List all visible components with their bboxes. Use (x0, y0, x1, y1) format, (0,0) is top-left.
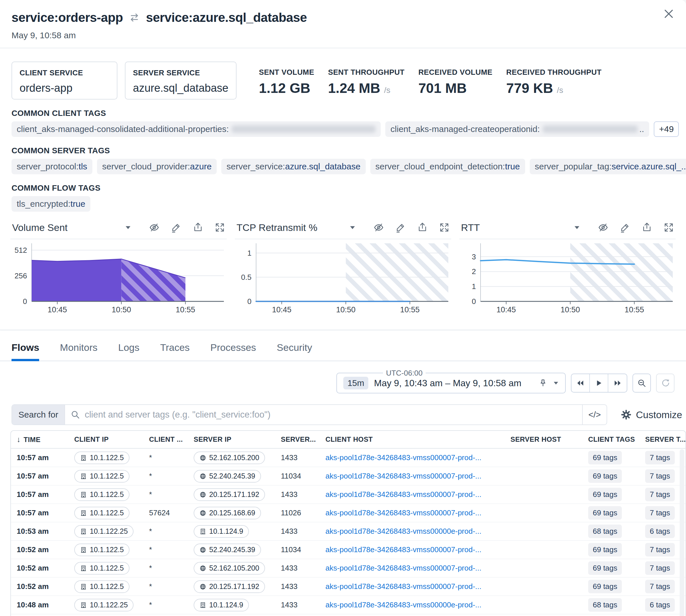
client-ip-pill[interactable]: 10.1.122.5 (74, 562, 129, 575)
eye-off-icon[interactable] (149, 222, 159, 233)
table-row[interactable]: 10:57 am 10.1.122.5 * 20.125.171.192 143… (11, 485, 685, 504)
client-ip-pill[interactable]: 10.1.122.5 (74, 544, 129, 556)
server-tags-count[interactable]: 7 tags (645, 506, 675, 520)
chart-plot[interactable]: 025651210:4510:5010:55 (10, 240, 227, 318)
step-forward-button[interactable] (608, 374, 627, 392)
client-tags-count[interactable]: 68 tags (588, 525, 622, 538)
chart-metric-caret-icon[interactable] (574, 225, 580, 230)
column-header-server-ip[interactable]: SERVER IP (194, 435, 281, 443)
export-icon[interactable] (193, 222, 203, 233)
server-tags-count[interactable]: 7 tags (645, 469, 675, 483)
server-tags-count[interactable]: 6 tags (645, 525, 675, 538)
client-tags-count[interactable]: 69 tags (588, 562, 622, 575)
tag-chip[interactable]: server_protocol:tls (12, 159, 92, 174)
tag-chip[interactable]: server_cloud_provider:azure (97, 159, 217, 174)
refresh-button[interactable] (656, 374, 674, 393)
client-ip-pill[interactable]: 10.1.122.5 (74, 580, 129, 593)
table-row[interactable]: 10:57 am 10.1.122.5 * 52.240.245.39 1103… (11, 467, 685, 485)
pin-icon[interactable] (539, 379, 547, 388)
server-ip-pill[interactable]: 20.125.171.192 (194, 580, 265, 593)
server-tags-count[interactable]: 7 tags (645, 562, 675, 575)
table-row[interactable]: 10:57 am 10.1.122.5 57624 20.125.168.69 … (11, 504, 685, 522)
client-tags-count[interactable]: 69 tags (588, 543, 622, 556)
client-tags-count[interactable]: 69 tags (588, 451, 622, 464)
client-host-link[interactable]: aks-pool1d78e-34268483-vmss00000e-prod-.… (325, 527, 481, 535)
tab-traces[interactable]: Traces (160, 342, 190, 360)
client-ip-pill[interactable]: 10.1.122.5 (74, 470, 129, 483)
client-ip-pill[interactable]: 10.1.122.5 (74, 507, 129, 520)
server-ip-pill[interactable]: 10.1.124.9 (194, 599, 249, 611)
client-ip-pill[interactable]: 10.1.122.25 (74, 525, 133, 538)
client-tags-count[interactable]: 68 tags (588, 598, 622, 612)
column-header-client-ip[interactable]: CLIENT IP (74, 435, 149, 443)
search-input[interactable] (85, 410, 576, 420)
client-host-link[interactable]: aks-pool1d78e-34268483-vmss000007-prod-.… (325, 508, 481, 517)
time-range-picker[interactable]: UTC-06:00 15m May 9, 10:43 am – May 9, 1… (336, 373, 566, 393)
customize-button[interactable]: Customize (621, 409, 682, 420)
tag-chip[interactable]: server_popular_tag:service.azure.sql_... (530, 159, 686, 174)
client-ip-pill[interactable]: 10.1.122.25 (74, 599, 133, 611)
table-row[interactable]: 10:53 am 10.1.122.25 * 10.1.124.9 1433 a… (11, 522, 685, 541)
client-host-link[interactable]: aks-pool1d78e-34268483-vmss000007-prod-.… (325, 564, 481, 572)
client-tags-count[interactable]: 69 tags (588, 506, 622, 520)
table-row[interactable] (11, 614, 685, 616)
tab-processes[interactable]: Processes (210, 342, 256, 360)
table-row[interactable]: 10:52 am 10.1.122.5 * 20.125.171.192 143… (11, 577, 685, 596)
table-scrollbar[interactable] (680, 449, 684, 616)
server-ip-pill[interactable]: 52.240.245.39 (194, 470, 261, 483)
tab-monitors[interactable]: Monitors (60, 342, 97, 360)
client-host-link[interactable]: aks-pool1d78e-34268483-vmss000007-prod-.… (325, 545, 481, 554)
tag-chip[interactable]: server_cloud_endpoint_detection:true (370, 159, 525, 174)
show-more-tags-button[interactable]: +49 (654, 122, 679, 137)
server-ip-pill[interactable]: 10.1.124.9 (194, 525, 249, 538)
table-row[interactable]: 10:57 am 10.1.122.5 * 52.162.105.200 143… (11, 448, 685, 467)
tab-logs[interactable]: Logs (118, 342, 140, 360)
tab-security[interactable]: Security (277, 342, 312, 360)
tag-chip[interactable]: server_service:azure.sql_database (221, 159, 365, 174)
column-header-client-tags[interactable]: CLIENT TAGS (588, 435, 645, 443)
column-header-client-host[interactable]: CLIENT HOST (325, 435, 511, 443)
server-tags-count[interactable]: 6 tags (645, 598, 675, 612)
export-icon[interactable] (642, 222, 652, 233)
column-header-time[interactable]: ↓TIME (17, 435, 74, 444)
export-icon[interactable] (417, 222, 428, 233)
server-ip-pill[interactable]: 52.240.245.39 (194, 544, 261, 556)
chart-metric-caret-icon[interactable] (349, 225, 356, 230)
server-ip-pill[interactable]: 52.162.105.200 (194, 452, 265, 464)
column-header-server-host[interactable]: SERVER HOST (511, 435, 588, 443)
client-host-link[interactable]: aks-pool1d78e-34268483-vmss000007-prod-.… (325, 582, 481, 591)
client-host-link[interactable]: aks-pool1d78e-34268483-vmss000007-prod-.… (325, 471, 481, 480)
expand-icon[interactable] (439, 222, 449, 233)
server-ip-pill[interactable]: 20.125.171.192 (194, 488, 265, 501)
table-row[interactable]: 10:48 am 10.1.122.25 * 10.1.124.9 1433 a… (11, 596, 685, 614)
pencil-icon[interactable] (620, 222, 630, 233)
tag-chip[interactable]: client_aks-managed-consolidated-addition… (12, 122, 381, 137)
client-ip-pill[interactable]: 10.1.122.5 (74, 452, 129, 464)
client-ip-pill[interactable]: 10.1.122.5 (74, 488, 129, 501)
client-host-link[interactable]: aks-pool1d78e-34268483-vmss000007-prod-.… (325, 490, 481, 499)
chart-metric-caret-icon[interactable] (125, 225, 131, 230)
eye-off-icon[interactable] (598, 222, 608, 233)
column-header-server[interactable]: SERVER... (281, 435, 325, 443)
tab-flows[interactable]: Flows (12, 342, 39, 360)
server-tags-count[interactable]: 7 tags (645, 451, 675, 464)
quick-range-badge[interactable]: 15m (343, 377, 368, 389)
eye-off-icon[interactable] (373, 222, 384, 233)
pencil-icon[interactable] (395, 222, 406, 233)
server-tags-count[interactable]: 7 tags (645, 543, 675, 556)
table-row[interactable]: 10:52 am 10.1.122.5 * 52.240.245.39 1103… (11, 541, 685, 559)
client-host-link[interactable]: aks-pool1d78e-34268483-vmss00000e-prod-.… (325, 600, 481, 609)
chevron-down-icon[interactable] (553, 381, 559, 385)
server-ip-pill[interactable]: 20.125.168.69 (194, 507, 261, 520)
client-tags-count[interactable]: 69 tags (588, 580, 622, 593)
tag-chip[interactable]: tls_encrypted:true (12, 196, 90, 212)
chart-plot[interactable]: 00.5110:4510:5010:55 (235, 240, 451, 318)
chart-plot[interactable]: 012310:4510:5010:55 (459, 240, 676, 318)
server-tags-count[interactable]: 7 tags (645, 580, 675, 593)
expand-icon[interactable] (215, 222, 225, 233)
client-host-link[interactable]: aks-pool1d78e-34268483-vmss000007-prod-.… (325, 453, 481, 462)
step-back-button[interactable] (572, 374, 590, 392)
close-icon[interactable] (663, 8, 674, 20)
expand-icon[interactable] (664, 222, 674, 233)
tag-chip[interactable]: client_aks-managed-createoperationid:.. (385, 122, 649, 137)
